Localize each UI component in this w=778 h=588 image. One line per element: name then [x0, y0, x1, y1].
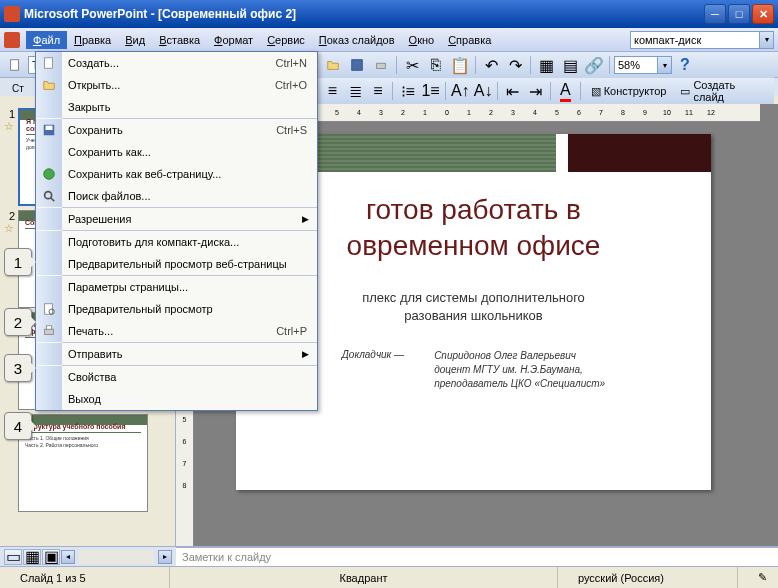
- svg-line-6: [51, 198, 55, 202]
- file-menu-выход[interactable]: Выход: [36, 388, 317, 410]
- scroll-left-button[interactable]: ◂: [61, 550, 75, 564]
- scroll-right-button[interactable]: ▸: [158, 550, 172, 564]
- menu-item-label: Свойства: [62, 371, 317, 383]
- designer-button[interactable]: ▧ Конструктор: [585, 80, 673, 102]
- file-menu-сохранитькаквеб[interactable]: Сохранить как веб-страницу...: [36, 163, 317, 185]
- tab-outline[interactable]: Ст: [4, 81, 32, 96]
- search-icon: [36, 185, 62, 207]
- file-menu-открыть[interactable]: Открыть...Ctrl+O: [36, 74, 317, 96]
- help-search-dropdown[interactable]: ▾: [760, 31, 774, 49]
- align-center-button[interactable]: ≣: [345, 80, 366, 102]
- file-menu-поискфайлов[interactable]: Поиск файлов...: [36, 185, 317, 207]
- zoom-input[interactable]: [614, 56, 658, 74]
- menu-окно[interactable]: Окно: [402, 31, 442, 49]
- align-left-button[interactable]: ≡: [322, 80, 343, 102]
- slide-title[interactable]: готов работать в овременном офисе: [266, 192, 681, 265]
- normal-view-button[interactable]: ▭: [4, 549, 22, 565]
- minimize-button[interactable]: ─: [704, 4, 726, 24]
- notes-pane[interactable]: Заметки к слайду: [176, 546, 778, 566]
- status-spellcheck-icon[interactable]: ✎: [738, 567, 778, 588]
- menu-сервис[interactable]: Сервис: [260, 31, 312, 49]
- thumb-number: 2: [4, 210, 18, 222]
- file-menu-сохранить[interactable]: СохранитьCtrl+S: [36, 119, 317, 141]
- file-menu-закрыть[interactable]: Закрыть: [36, 96, 317, 118]
- callout-4: 4: [4, 412, 32, 440]
- open-button[interactable]: [322, 54, 344, 76]
- menu-показ слайдов[interactable]: Показ слайдов: [312, 31, 402, 49]
- print-button[interactable]: [370, 54, 392, 76]
- align-right-button[interactable]: ≡: [368, 80, 389, 102]
- menu-item-label: Выход: [62, 393, 317, 405]
- doc-icon[interactable]: [4, 32, 20, 48]
- file-menu-свойства[interactable]: Свойства: [36, 366, 317, 388]
- blank-icon: [36, 141, 62, 163]
- file-menu-предварительный[interactable]: Предварительный просмотр веб-страницы: [36, 253, 317, 275]
- submenu-arrow-icon: ▶: [302, 214, 317, 224]
- status-language[interactable]: русский (Россия): [558, 567, 738, 588]
- hyperlink-button[interactable]: 🔗: [583, 54, 605, 76]
- file-menu-сохранитькак[interactable]: Сохранить как...: [36, 141, 317, 163]
- svg-point-4: [44, 169, 55, 180]
- increase-font-button[interactable]: A↑: [450, 80, 471, 102]
- svg-point-5: [45, 192, 52, 199]
- menu-вставка[interactable]: Вставка: [152, 31, 207, 49]
- new-slide-icon: ▭: [680, 85, 690, 98]
- horizontal-scrollbar[interactable]: [79, 550, 154, 564]
- new-slide-button[interactable]: ▭ Создать слайд: [674, 80, 770, 102]
- increase-indent-button[interactable]: ⇥: [525, 80, 546, 102]
- formatting-toolbar: ✂ ⎘ 📋 ↶ ↷ ▦ ▤ 🔗 ▾ ?: [318, 52, 774, 78]
- help-search-input[interactable]: [630, 31, 760, 49]
- copy-button[interactable]: ⎘: [425, 54, 447, 76]
- menu-правка[interactable]: Правка: [67, 31, 118, 49]
- menu-item-label: Закрыть: [62, 101, 317, 113]
- slideshow-view-button[interactable]: ▣: [42, 549, 60, 565]
- save-button[interactable]: [346, 54, 368, 76]
- menu-item-label: Предварительный просмотр веб-страницы: [62, 258, 317, 270]
- redo-button[interactable]: ↷: [504, 54, 526, 76]
- numbering-button[interactable]: 1≡: [420, 80, 441, 102]
- menu-вид[interactable]: Вид: [118, 31, 152, 49]
- titlebar: Microsoft PowerPoint - [Современный офис…: [0, 0, 778, 28]
- menu-файл[interactable]: Файл: [26, 31, 67, 49]
- font-color-button[interactable]: A: [555, 80, 576, 102]
- file-menu-создать[interactable]: Создать...Ctrl+N: [36, 52, 317, 74]
- menu-справка[interactable]: Справка: [441, 31, 498, 49]
- svg-rect-3: [46, 126, 53, 130]
- saveweb-icon: [36, 163, 62, 185]
- file-menu-отправить[interactable]: Отправить▶: [36, 343, 317, 365]
- decrease-indent-button[interactable]: ⇤: [502, 80, 523, 102]
- menu-item-label: Сохранить: [62, 124, 276, 136]
- new-doc-button[interactable]: [4, 54, 26, 76]
- slide-author[interactable]: Докладчик — Спиридонов Олег Валерьевич д…: [266, 349, 681, 391]
- decrease-font-button[interactable]: A↓: [473, 80, 494, 102]
- zoom-dropdown[interactable]: ▾: [658, 56, 672, 74]
- menu-формат[interactable]: Формат: [207, 31, 260, 49]
- menu-item-label: Разрешения: [62, 213, 302, 225]
- file-menu-подготовитьдляк[interactable]: Подготовить для компакт-диска...: [36, 231, 317, 253]
- file-menu-параметрыстрани[interactable]: Параметры страницы...: [36, 276, 317, 298]
- animation-icon: ☆: [4, 120, 18, 133]
- status-layout: Квадрант: [170, 567, 558, 588]
- menu-item-label: Печать...: [62, 325, 276, 337]
- file-menu-предварительный[interactable]: Предварительный просмотр: [36, 298, 317, 320]
- slide-subtitle[interactable]: плекс для системы дополнительного разова…: [266, 289, 681, 325]
- paste-button[interactable]: 📋: [449, 54, 471, 76]
- blank-icon: [36, 343, 62, 365]
- table-button[interactable]: ▤: [559, 54, 581, 76]
- svg-rect-11: [352, 60, 363, 71]
- file-menu-разрешения[interactable]: Разрешения▶: [36, 208, 317, 230]
- chart-button[interactable]: ▦: [535, 54, 557, 76]
- help-button[interactable]: ?: [674, 54, 696, 76]
- sorter-view-button[interactable]: ▦: [23, 549, 41, 565]
- svg-rect-12: [377, 63, 386, 68]
- close-button[interactable]: ✕: [752, 4, 774, 24]
- blank-icon: [36, 231, 62, 253]
- designer-icon: ▧: [591, 85, 601, 98]
- cut-button[interactable]: ✂: [401, 54, 423, 76]
- statusbar: Слайд 1 из 5 Квадрант русский (Россия) ✎: [0, 566, 778, 588]
- maximize-button[interactable]: □: [728, 4, 750, 24]
- bullets-button[interactable]: ⁝≡: [397, 80, 418, 102]
- file-menu-печать[interactable]: Печать...Ctrl+P: [36, 320, 317, 342]
- svg-rect-9: [45, 329, 54, 334]
- undo-button[interactable]: ↶: [480, 54, 502, 76]
